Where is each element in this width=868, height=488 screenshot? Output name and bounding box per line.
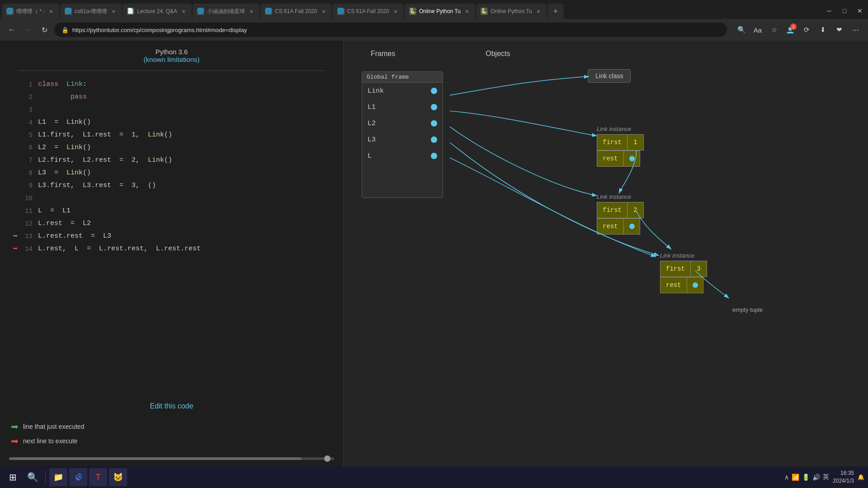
line-9-code: L3.first, L3.rest = 3, () [38, 179, 156, 192]
viz-container: Global frame Link L1 L2 L3 [353, 67, 859, 329]
nav-bar: ← → ↻ 🔒 https://pythontutor.com/cp/compo… [0, 19, 868, 41]
tab-bar: 🌐 哩哩哩（ * - ✕ 🌐 cs61a-哩哩哩 ✕ 📄 Lecture 24.… [0, 0, 868, 19]
taskbar-clock[interactable]: 16:35 2024/1/3 [833, 469, 854, 485]
chevron-up-icon[interactable]: ∧ [784, 474, 789, 481]
main-content: Python 3.6 (known limitations) 1 class L… [0, 41, 868, 488]
code-line-2: 2 pass [9, 91, 334, 103]
restore-button[interactable]: □ [838, 5, 851, 17]
more-btn[interactable]: ⋯ [848, 23, 863, 37]
tab-5[interactable]: 🌐 CS 61A Fall 2020 ✕ [260, 4, 331, 19]
instance-2-first-val: 2 [627, 202, 644, 218]
python-version: Python 3.6 [0, 48, 343, 56]
line-7-code: L2.first, L2.rest = 2, Link() [38, 154, 172, 167]
reload-button[interactable]: ↻ [38, 23, 51, 36]
taskbar-app4[interactable]: 🐱 [109, 468, 127, 486]
taskbar: ⊞ 🔍 📁 T 🐱 ∧ 📶 🔋 🔊 英 16:35 2024/1/3 🔔 [0, 466, 868, 488]
line-5-num: 5 [22, 129, 38, 141]
start-button[interactable]: ⊞ [4, 468, 22, 486]
edit-code-link[interactable]: Edit this code [0, 397, 343, 416]
refresh-icon-btn[interactable]: ⟳ [799, 23, 814, 37]
taskbar-explorer[interactable]: 📁 [49, 468, 67, 486]
line-2-num: 2 [22, 91, 38, 103]
limitations-link[interactable]: (known limitations) [0, 56, 343, 63]
tab-8-close[interactable]: ✕ [535, 8, 542, 15]
link-class-box: Link class [588, 69, 631, 83]
back-button[interactable]: ← [5, 23, 18, 36]
download-btn[interactable]: ⬇ [816, 23, 830, 37]
tab-4[interactable]: 🌐 小涵涵的喵星球 ✕ [193, 4, 259, 19]
frame-row-l2: L2 [362, 115, 443, 131]
code-line-13: ➡ 13 L.rest.rest = L3 [9, 230, 334, 243]
forward-button[interactable]: → [22, 23, 34, 36]
slider-thumb[interactable] [324, 455, 330, 462]
bookmark-btn[interactable]: ☆ [767, 23, 781, 37]
line-9-num: 9 [22, 179, 38, 192]
instance-2-rest-key: rest [597, 218, 624, 235]
code-line-3: 3 [9, 103, 334, 116]
tab-8[interactable]: 🐍 Online Python Tu ✕ [476, 4, 547, 19]
frame-label-link: Link [368, 87, 431, 95]
taskbar-right: ∧ 📶 🔋 🔊 英 16:35 2024/1/3 🔔 [784, 469, 864, 485]
tab-1[interactable]: 🌐 哩哩哩（ * - ✕ [2, 4, 59, 19]
tab-2[interactable]: 🌐 cs61a-哩哩哩 ✕ [60, 4, 122, 19]
battery-icon[interactable]: 🔋 [802, 474, 810, 481]
tab-2-close[interactable]: ✕ [110, 8, 117, 15]
instance-1-rest-row: rest [597, 150, 644, 167]
search-button[interactable]: 🔍 [24, 468, 42, 486]
frame-label-l1: L1 [368, 103, 431, 111]
instance-3-rest-key: rest [660, 277, 687, 293]
wifi-icon[interactable]: 📶 [792, 474, 799, 481]
frame-dot-l3[interactable] [431, 136, 437, 143]
frame-label-l3: L3 [368, 136, 431, 144]
tab-3[interactable]: 📄 Lecture 24. Q&A ✕ [123, 4, 192, 19]
code-line-9: 9 L3.first, L3.rest = 3, () [9, 179, 334, 192]
frame-row-l: L [362, 148, 443, 164]
new-tab-button[interactable]: + [547, 4, 564, 19]
tab-5-close[interactable]: ✕ [320, 8, 327, 15]
legend-red: ➡ next line to execute [11, 436, 332, 446]
close-button[interactable]: ✕ [854, 5, 866, 17]
line-12-code: L.rest = L2 [38, 217, 91, 230]
instance-1-header: Link instance [597, 126, 644, 132]
tab-1-close[interactable]: ✕ [47, 8, 55, 15]
line-11-code: L = L1 [38, 205, 71, 217]
lang-indicator[interactable]: 英 [823, 473, 829, 481]
tab-6[interactable]: 🌐 CS 61A Fall 2020 ✕ [333, 4, 404, 19]
tab-7[interactable]: 🐍 Online Python Tu ✕ [405, 4, 475, 19]
link-instance-3: Link instance first 3 rest [660, 252, 707, 293]
notification-icon[interactable]: 🔔 [858, 474, 864, 480]
code-line-14: ➡ 14 L.rest, L = L.rest.rest, L.rest.res… [9, 243, 334, 255]
frame-row-link: Link [362, 83, 443, 99]
instance-1-first-key: first [597, 134, 627, 150]
line-3-num: 3 [22, 103, 38, 116]
volume-icon[interactable]: 🔊 [812, 474, 820, 481]
tab-3-close[interactable]: ✕ [180, 8, 187, 15]
frame-dot-link[interactable] [431, 88, 437, 94]
tab-4-close[interactable]: ✕ [248, 8, 255, 15]
search-icon-btn[interactable]: 🔍 [734, 23, 749, 37]
tab-7-close[interactable]: ✕ [463, 8, 471, 15]
profile-btn[interactable]: 1 [783, 23, 797, 37]
green-arrow-icon: ➡ [13, 230, 18, 243]
tab-5-favicon: 🌐 [265, 8, 272, 15]
collections-btn[interactable]: ❤ [832, 23, 846, 37]
taskbar-typora[interactable]: T [89, 468, 107, 486]
url-text: https://pythontutor.com/cp/composingprog… [72, 27, 247, 33]
tab-6-close[interactable]: ✕ [392, 8, 399, 15]
frame-dot-l[interactable] [431, 153, 437, 159]
time-display: 16:35 [833, 469, 854, 477]
tab-1-favicon: 🌐 [6, 8, 14, 15]
frame-dot-l1[interactable] [431, 104, 437, 110]
legend-red-text: next line to execute [23, 437, 78, 445]
frame-dot-l2[interactable] [431, 120, 437, 127]
instance-2-first-row: first 2 [597, 202, 644, 218]
code-line-10: 10 [9, 192, 334, 205]
reader-view-btn[interactable]: Aa [750, 23, 765, 37]
minimize-button[interactable]: ─ [823, 5, 835, 17]
code-line-7: 7 L2.first, L2.rest = 2, Link() [9, 154, 334, 167]
taskbar-edge[interactable] [69, 468, 87, 486]
tab-6-title: CS 61A Fall 2020 [347, 8, 389, 14]
link-instance-1: Link instance first 1 rest [597, 126, 644, 167]
address-bar[interactable]: 🔒 https://pythontutor.com/cp/composingpr… [54, 23, 727, 37]
line-2-code: pass [38, 91, 87, 103]
